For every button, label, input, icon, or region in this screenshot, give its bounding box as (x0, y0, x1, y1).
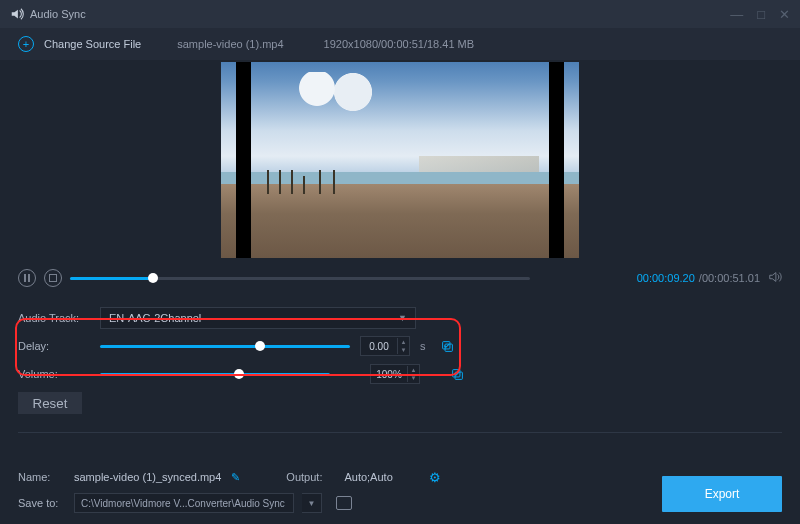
name-value: sample-video (1)_synced.mp4 (74, 471, 221, 483)
svg-rect-2 (442, 341, 449, 348)
video-preview-area (0, 60, 800, 260)
save-path-dropdown[interactable]: ▼ (302, 493, 322, 513)
maximize-button[interactable]: □ (757, 8, 765, 21)
delay-value-input[interactable]: 0.00 ▲▼ (360, 336, 410, 356)
svg-rect-1 (28, 274, 30, 282)
video-preview[interactable] (221, 62, 579, 258)
total-time: /00:00:51.01 (699, 272, 760, 284)
name-label: Name: (18, 471, 66, 483)
volume-thumb[interactable] (234, 369, 244, 379)
svg-rect-4 (452, 369, 459, 376)
volume-label: Volume: (18, 368, 90, 380)
apply-all-icon[interactable] (450, 367, 464, 381)
volume-icon[interactable] (768, 270, 782, 287)
window-title: Audio Sync (30, 8, 86, 20)
progress-thumb[interactable] (148, 273, 158, 283)
spinner-arrows[interactable]: ▲▼ (407, 366, 419, 382)
add-file-icon[interactable]: + (18, 36, 34, 52)
playback-progress[interactable] (70, 277, 530, 280)
stop-button[interactable] (44, 269, 62, 287)
export-button[interactable]: Export (662, 476, 782, 512)
svg-rect-0 (24, 274, 26, 282)
toolbar: + Change Source File sample-video (1).mp… (0, 28, 800, 60)
minimize-button[interactable]: ― (730, 8, 743, 21)
volume-value-input[interactable]: 100% ▲▼ (370, 364, 420, 384)
title-bar: Audio Sync ― □ ✕ (0, 0, 800, 28)
close-button[interactable]: ✕ (779, 8, 790, 21)
source-info: 1920x1080/00:00:51/18.41 MB (324, 38, 474, 50)
progress-fill (70, 277, 153, 280)
output-value: Auto;Auto (344, 471, 392, 483)
audio-track-select[interactable]: EN-AAC-2Channel ▼ (100, 307, 416, 329)
save-path-input[interactable]: C:\Vidmore\Vidmore V...Converter\Audio S… (74, 493, 294, 513)
playback-bar: 00:00:09.20 /00:00:51.01 (0, 260, 800, 296)
audio-track-label: Audio Track: (18, 312, 90, 324)
edit-name-icon[interactable]: ✎ (231, 471, 240, 484)
current-time: 00:00:09.20 (637, 272, 695, 284)
apply-all-icon[interactable] (440, 339, 454, 353)
delay-thumb[interactable] (255, 341, 265, 351)
delay-slider[interactable] (100, 345, 350, 348)
source-filename: sample-video (1).mp4 (177, 38, 283, 50)
reset-button[interactable]: Reset (18, 392, 82, 414)
audio-sync-icon (10, 7, 24, 21)
output-label: Output: (286, 471, 322, 483)
volume-value: 100% (371, 369, 407, 380)
separator (18, 432, 782, 433)
change-source-button[interactable]: Change Source File (44, 38, 141, 50)
open-folder-icon[interactable] (336, 496, 352, 510)
settings-icon[interactable]: ⚙ (429, 470, 441, 485)
chevron-down-icon: ▼ (398, 313, 407, 323)
save-path-value: C:\Vidmore\Vidmore V...Converter\Audio S… (81, 498, 285, 509)
delay-label: Delay: (18, 340, 90, 352)
delay-unit: s (420, 340, 430, 352)
play-pause-button[interactable] (18, 269, 36, 287)
audio-track-value: EN-AAC-2Channel (109, 312, 201, 324)
volume-slider[interactable] (100, 373, 330, 376)
delay-value: 0.00 (361, 341, 397, 352)
spinner-arrows[interactable]: ▲▼ (397, 338, 409, 354)
save-to-label: Save to: (18, 497, 66, 509)
